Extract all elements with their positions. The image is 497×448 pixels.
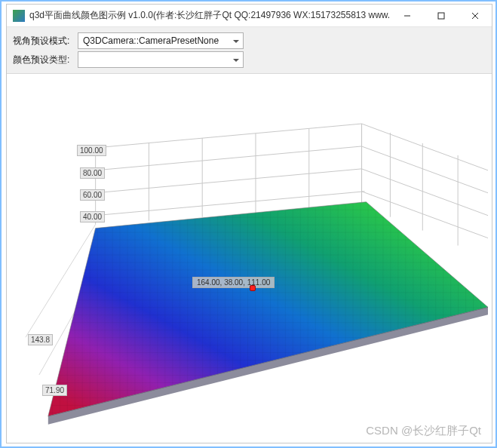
point-tooltip: 164.00, 38.00, 111.00 [192, 277, 275, 288]
3d-viewport[interactable]: 100.00 80.00 60.00 40.00 143.8 71.90 164… [7, 74, 492, 443]
svg-marker-18 [48, 202, 488, 416]
app-icon [13, 10, 25, 22]
app-window: q3d平面曲线颜色图示例 v1.0.0(作者:长沙红胖子Qt QQ:214979… [6, 4, 492, 443]
window-title: q3d平面曲线颜色图示例 v1.0.0(作者:长沙红胖子Qt QQ:214979… [29, 9, 390, 22]
y-tick-60: 60.00 [80, 189, 105, 201]
y-tick-40: 40.00 [80, 211, 105, 222]
camera-preset-value: Q3DCamera::CameraPresetNone [83, 35, 219, 46]
color-preset-label: 颜色预设类型: [13, 54, 73, 66]
minimize-button[interactable] [390, 5, 424, 26]
y-tick-100: 100.00 [77, 145, 106, 156]
x-tick-143: 143.8 [28, 334, 53, 345]
x-tick-71: 71.90 [42, 385, 67, 396]
camera-preset-label: 视角预设模式: [13, 35, 73, 48]
color-preset-combo[interactable] [78, 51, 244, 68]
svg-rect-1 [438, 13, 444, 19]
y-tick-80: 80.00 [80, 167, 105, 179]
close-button[interactable] [458, 5, 492, 26]
surface-plot [7, 74, 492, 443]
maximize-button[interactable] [424, 5, 458, 26]
titlebar: q3d平面曲线颜色图示例 v1.0.0(作者:长沙红胖子Qt QQ:214979… [7, 5, 492, 27]
camera-preset-combo[interactable]: Q3DCamera::CameraPresetNone [78, 32, 244, 49]
selected-point-marker[interactable] [250, 285, 256, 291]
window-controls [390, 5, 492, 26]
toolbar: 视角预设模式: Q3DCamera::CameraPresetNone 颜色预设… [7, 27, 492, 74]
watermark: CSDN @长沙红胖子Qt [366, 424, 481, 438]
